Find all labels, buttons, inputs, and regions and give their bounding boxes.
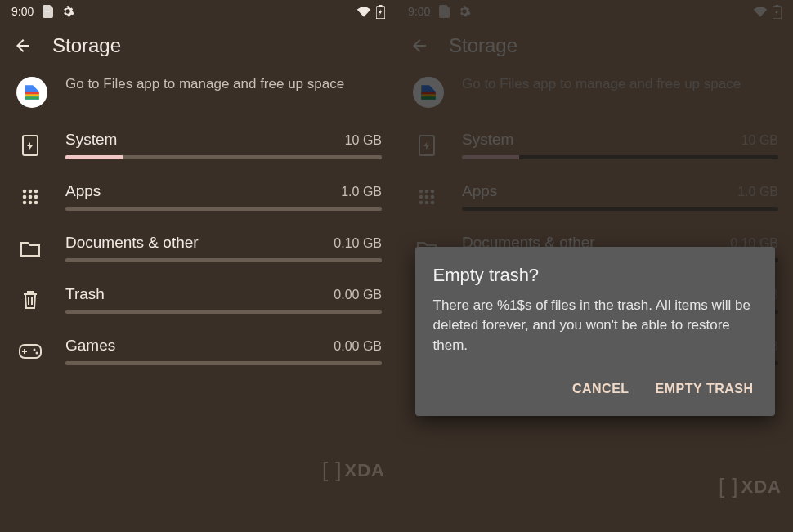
svg-point-7 (29, 194, 33, 199)
folder-icon (18, 236, 43, 261)
storage-bar (65, 361, 382, 365)
dialog-body: There are %1$s of files in the trash. Al… (433, 296, 757, 356)
category-name: Games (65, 337, 115, 355)
files-hint-text: Go to Files app to manage and free up sp… (65, 75, 344, 94)
status-time: 9:00 (11, 5, 34, 18)
svg-point-5 (34, 189, 38, 193)
category-size: 0.00 GB (334, 339, 382, 354)
category-size: 1.0 GB (341, 185, 382, 199)
storage-bar (65, 207, 382, 211)
svg-point-6 (23, 194, 27, 199)
svg-point-13 (34, 348, 36, 351)
files-app-icon (16, 77, 47, 108)
dialog-scrim[interactable]: Empty trash? There are %1$s of files in … (396, 0, 793, 532)
storage-bar (65, 258, 382, 262)
gear-icon (61, 5, 74, 18)
category-documents[interactable]: Documents & other 0.10 GB (0, 222, 396, 274)
svg-rect-1 (379, 5, 383, 7)
category-size: 10 GB (345, 133, 382, 148)
cancel-button[interactable]: CANCEL (569, 375, 633, 403)
empty-trash-dialog: Empty trash? There are %1$s of files in … (415, 247, 775, 417)
category-system[interactable]: System 10 GB (0, 119, 396, 171)
category-name: System (65, 131, 117, 149)
category-name: Documents & other (65, 234, 199, 252)
svg-point-14 (36, 351, 38, 354)
svg-point-8 (34, 194, 38, 199)
wifi-icon (356, 6, 371, 17)
trash-icon (18, 288, 43, 312)
svg-point-9 (23, 200, 27, 204)
storage-bar (65, 155, 382, 159)
storage-bar (65, 310, 382, 314)
back-button[interactable] (13, 36, 33, 56)
status-bar: 9:00 (0, 0, 396, 23)
dialog-title: Empty trash? (433, 265, 757, 286)
category-size: 0.00 GB (334, 288, 382, 302)
category-size: 0.10 GB (334, 236, 382, 251)
category-trash[interactable]: Trash 0.00 GB (0, 274, 396, 325)
apps-icon (18, 185, 43, 209)
category-name: Apps (65, 182, 101, 200)
svg-point-10 (29, 200, 33, 204)
category-name: Trash (65, 285, 105, 303)
category-apps[interactable]: Apps 1.0 GB (0, 171, 396, 222)
empty-trash-button[interactable]: EMPTY TRASH (652, 375, 757, 403)
games-icon (18, 339, 43, 364)
svg-point-4 (29, 189, 33, 193)
category-games[interactable]: Games 0.00 GB (0, 325, 396, 377)
battery-icon (376, 5, 385, 19)
no-sim-icon (42, 5, 53, 18)
svg-point-11 (34, 200, 38, 204)
files-app-hint[interactable]: Go to Files app to manage and free up sp… (0, 69, 396, 119)
page-title: Storage (52, 34, 121, 57)
app-header: Storage (0, 23, 396, 69)
system-icon (18, 133, 43, 158)
svg-point-3 (23, 189, 27, 193)
